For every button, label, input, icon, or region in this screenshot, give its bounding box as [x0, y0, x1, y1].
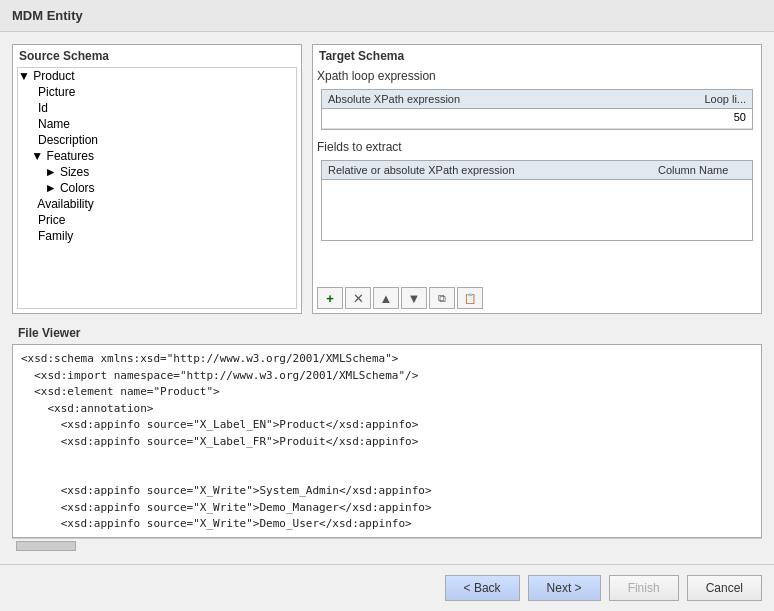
- target-schema-panel: Target Schema Xpath loop expression Abso…: [312, 44, 762, 314]
- xpath-table-row[interactable]: 50: [322, 109, 752, 129]
- dialog-footer: < Back Next > Finish Cancel: [0, 564, 774, 611]
- tree-item-id[interactable]: Id: [18, 100, 296, 116]
- dialog: MDM Entity Source Schema ▼ Product Pictu…: [0, 0, 774, 611]
- tree-item-features[interactable]: ▼ Features: [18, 148, 296, 164]
- remove-button[interactable]: ✕: [345, 287, 371, 309]
- file-viewer-content[interactable]: <xsd:schema xmlns:xsd="http://www.w3.org…: [12, 344, 762, 538]
- xpath-table: Absolute XPath expression Loop li... 50: [321, 89, 753, 130]
- tree-item-product[interactable]: ▼ Product: [18, 68, 296, 84]
- tree-item-description[interactable]: Description: [18, 132, 296, 148]
- fields-extract-label: Fields to extract: [317, 138, 757, 156]
- source-schema-title: Source Schema: [13, 45, 301, 67]
- move-down-button[interactable]: ▼: [401, 287, 427, 309]
- finish-button[interactable]: Finish: [609, 575, 679, 601]
- fields-table: Relative or absolute XPath expression Co…: [321, 160, 753, 241]
- copy-button[interactable]: ⧉: [429, 287, 455, 309]
- tree-item-sizes[interactable]: ► Sizes: [18, 164, 296, 180]
- horizontal-scrollbar-thumb: [16, 541, 76, 551]
- target-schema-title: Target Schema: [313, 45, 761, 67]
- next-button[interactable]: Next >: [528, 575, 601, 601]
- panels-row: Source Schema ▼ Product Picture Id Name …: [12, 44, 762, 314]
- add-button[interactable]: +: [317, 287, 343, 309]
- xpath-loop-label: Xpath loop expression: [317, 67, 757, 85]
- column-name-header: Column Name: [652, 161, 752, 179]
- tree-item-price[interactable]: Price: [18, 212, 296, 228]
- xpath-table-header: Absolute XPath expression Loop li...: [322, 90, 752, 109]
- back-button[interactable]: < Back: [445, 575, 520, 601]
- tree-item-availability[interactable]: Availability: [18, 196, 296, 212]
- dialog-content: Source Schema ▼ Product Picture Id Name …: [0, 32, 774, 564]
- loop-col-header: Loop li...: [692, 90, 752, 108]
- xpath-cell[interactable]: [322, 109, 692, 128]
- tree-item-picture[interactable]: Picture: [18, 84, 296, 100]
- dialog-title: MDM Entity: [0, 0, 774, 32]
- source-tree[interactable]: ▼ Product Picture Id Name Description ▼ …: [17, 67, 297, 309]
- loop-cell: 50: [692, 109, 752, 128]
- file-viewer-panel: File Viewer <xsd:schema xmlns:xsd="http:…: [12, 322, 762, 552]
- fields-table-header: Relative or absolute XPath expression Co…: [322, 161, 752, 180]
- fields-table-body: [322, 180, 752, 240]
- xpath-col-header: Absolute XPath expression: [322, 90, 692, 108]
- horizontal-scrollbar[interactable]: [12, 538, 762, 552]
- tree-item-family[interactable]: Family: [18, 228, 296, 244]
- move-up-button[interactable]: ▲: [373, 287, 399, 309]
- xpath-rel-col-header: Relative or absolute XPath expression: [322, 161, 652, 179]
- paste-button[interactable]: 📋: [457, 287, 483, 309]
- cancel-button[interactable]: Cancel: [687, 575, 762, 601]
- tree-item-name[interactable]: Name: [18, 116, 296, 132]
- file-viewer-title: File Viewer: [12, 322, 762, 344]
- source-schema-panel: Source Schema ▼ Product Picture Id Name …: [12, 44, 302, 314]
- tree-item-colors[interactable]: ► Colors: [18, 180, 296, 196]
- fields-toolbar: + ✕ ▲ ▼ ⧉ 📋: [313, 283, 761, 313]
